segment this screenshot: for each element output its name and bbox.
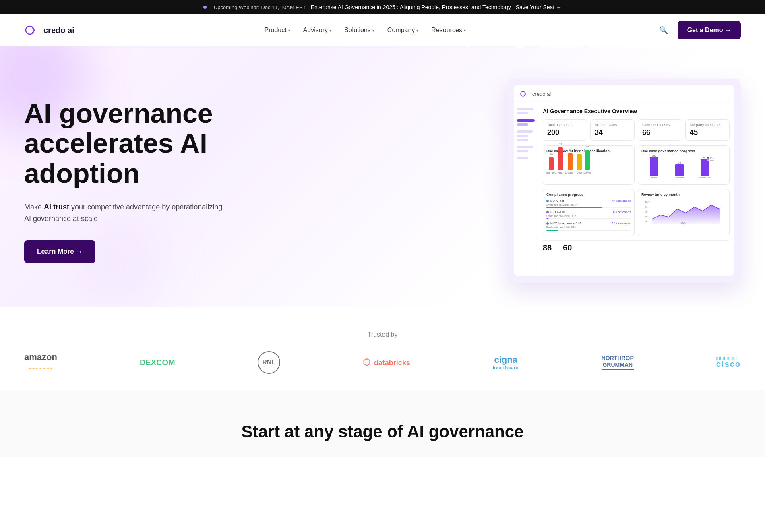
dashboard-bottom-stats: 88 60 bbox=[543, 240, 730, 253]
hero-left: AI governance accelerates AI adoption Ma… bbox=[24, 98, 266, 263]
webinar-label: Upcoming Webinar: Dec 11, 10AM EST bbox=[214, 4, 306, 10]
trusted-label: Trusted by bbox=[24, 331, 741, 338]
bar-lower: 67 Lower bbox=[583, 146, 591, 174]
logo-dexcom: DEXCOM bbox=[140, 358, 175, 367]
announcement-bar: Upcoming Webinar: Dec 11, 10AM EST Enter… bbox=[0, 0, 765, 14]
svg-text:20: 20 bbox=[645, 220, 648, 223]
svg-rect-13 bbox=[707, 159, 709, 161]
trusted-section: Trusted by amazon~~~~~~~ DEXCOM RNL ⬡ da… bbox=[0, 307, 765, 390]
logo-cisco: |||||||||||||||| cisco bbox=[716, 356, 741, 369]
svg-point-1 bbox=[521, 91, 525, 96]
svg-text:60: 60 bbox=[645, 210, 648, 213]
logo-rnl: RNL bbox=[258, 351, 280, 374]
review-time-card: Review time by month 100 80 60 40 20 bbox=[638, 189, 730, 236]
save-seat-link[interactable]: Save Your Seat → bbox=[516, 4, 562, 10]
logo-amazon: amazon~~~~~~~ bbox=[24, 352, 57, 373]
risk-bar-chart: 20 Banned 19 High bbox=[546, 155, 631, 180]
bottom-section: Start at any stage of AI governance bbox=[0, 390, 765, 457]
svg-text:80: 80 bbox=[703, 156, 706, 158]
stat-card-ml: ML use cases 34 bbox=[590, 119, 635, 141]
compliance-chart-card: Compliance progress EU AI act 44 use cas… bbox=[543, 189, 635, 236]
bar-high: 19 High bbox=[558, 143, 563, 174]
search-icon: 🔍 bbox=[659, 26, 668, 34]
logo-icon bbox=[24, 22, 40, 38]
svg-text:Pro: Pro bbox=[710, 157, 714, 159]
hero-right: credo ai bbox=[282, 79, 741, 283]
stats-row: Total use cases 200 ML use cases 34 GenA… bbox=[543, 119, 730, 141]
announcement-dot bbox=[203, 6, 207, 9]
svg-text:100: 100 bbox=[645, 201, 649, 203]
svg-text:40: 40 bbox=[645, 215, 648, 218]
learn-more-button[interactable]: Learn More → bbox=[24, 240, 95, 263]
sidebar-item-five bbox=[517, 157, 534, 159]
svg-text:Governance: Governance bbox=[698, 177, 711, 179]
logo-northrop-grumman: NORTHROPGRUMMAN bbox=[602, 355, 634, 371]
dashboard-logo-icon bbox=[519, 89, 529, 99]
dashboard-inner: credo ai bbox=[514, 85, 734, 276]
governance-chart-card: Use case governance progress 100 Intake … bbox=[638, 145, 730, 185]
stat-card-3rdparty: 3rd party use cases 45 bbox=[685, 119, 730, 141]
nav-item-product[interactable]: Product ▾ bbox=[260, 23, 295, 37]
nav-right: 🔍 Get a Demo → bbox=[656, 21, 741, 39]
bottom-title: Start at any stage of AI governance bbox=[24, 422, 741, 441]
logo-text: credo ai bbox=[43, 26, 74, 35]
charts-row: Use case count by risk classification 20… bbox=[543, 145, 730, 185]
dashboard-mockup: credo ai bbox=[507, 79, 741, 283]
stat-card-genai: GenAI use cases 66 bbox=[638, 119, 682, 141]
svg-text:Review: Review bbox=[675, 177, 684, 179]
get-demo-button[interactable]: Get a Demo → bbox=[678, 21, 741, 39]
dashboard-body: AI Governance Executive Overview Total u… bbox=[514, 103, 734, 276]
svg-text:20: 20 bbox=[678, 161, 681, 164]
bar-banned: 20 Banned bbox=[546, 153, 556, 174]
nav-links: Product ▾ Advisory ▾ Solutions ▾ Company… bbox=[260, 23, 471, 37]
svg-rect-11 bbox=[707, 157, 709, 158]
search-button[interactable]: 🔍 bbox=[656, 23, 671, 38]
compliance-iso: ISO 42001 32 use cases Evidence provided… bbox=[546, 210, 631, 219]
logos-row: amazon~~~~~~~ DEXCOM RNL ⬡ databricks ci… bbox=[24, 351, 741, 374]
nav-item-company[interactable]: Company ▾ bbox=[382, 23, 423, 37]
chevron-down-icon: ▾ bbox=[329, 28, 331, 33]
dashboard-content-title: AI Governance Executive Overview bbox=[543, 108, 730, 114]
svg-rect-5 bbox=[675, 164, 684, 176]
sidebar-item-active bbox=[517, 119, 534, 126]
bottom-stat-88: 88 bbox=[543, 243, 552, 253]
governance-chart-svg: 100 Intake 20 Review 80 Governance bbox=[641, 155, 726, 180]
svg-rect-2 bbox=[650, 157, 658, 176]
sidebar-item-three bbox=[517, 130, 534, 141]
hero-section: AI governance accelerates AI adoption Ma… bbox=[0, 46, 765, 307]
hero-title: AI governance accelerates AI adoption bbox=[24, 98, 266, 188]
svg-point-0 bbox=[26, 26, 34, 34]
svg-text:2024: 2024 bbox=[681, 221, 687, 224]
second-charts-row: Compliance progress EU AI act 44 use cas… bbox=[543, 189, 730, 236]
main-nav: credo ai Product ▾ Advisory ▾ Solutions … bbox=[0, 14, 765, 46]
nav-item-resources[interactable]: Resources ▾ bbox=[426, 23, 470, 37]
bar-medium: 32 Medium bbox=[565, 149, 575, 174]
chevron-down-icon: ▾ bbox=[416, 28, 418, 33]
nav-item-solutions[interactable]: Solutions ▾ bbox=[339, 23, 379, 37]
review-time-svg: 100 80 60 40 20 bbox=[641, 199, 726, 225]
logo-link[interactable]: credo ai bbox=[24, 22, 74, 38]
chevron-down-icon: ▾ bbox=[288, 28, 290, 33]
logo-databricks: ⬡ databricks bbox=[363, 357, 410, 368]
chevron-down-icon: ▾ bbox=[372, 28, 374, 33]
svg-text:Gen: Gen bbox=[710, 159, 714, 161]
dashboard-sidebar bbox=[514, 103, 538, 276]
event-title: Enterprise AI Governance in 2025 : Align… bbox=[311, 4, 511, 10]
bottom-stat-60: 60 bbox=[563, 243, 572, 253]
dashboard-main-content: AI Governance Executive Overview Total u… bbox=[538, 103, 734, 276]
stat-card-total: Total use cases 200 bbox=[543, 119, 587, 141]
sidebar-item-four bbox=[517, 146, 534, 152]
sidebar-item-home bbox=[517, 108, 534, 114]
chevron-down-icon: ▾ bbox=[464, 28, 466, 33]
svg-rect-8 bbox=[701, 159, 709, 176]
svg-text:100: 100 bbox=[652, 155, 656, 157]
bar-low: 32 Low bbox=[577, 150, 582, 174]
logo-cigna: cigna healthcare bbox=[493, 355, 519, 370]
compliance-eu: EU AI act 44 use cases Evidence provided… bbox=[546, 199, 631, 208]
dashboard-brand-title: credo ai bbox=[532, 91, 551, 97]
dashboard-header: credo ai bbox=[514, 85, 734, 103]
hero-subtitle: Make AI trust your competitive advantage… bbox=[24, 201, 225, 225]
nav-item-advisory[interactable]: Advisory ▾ bbox=[298, 23, 336, 37]
compliance-nyc: NYC local law no.144 14 use cases Eviden… bbox=[546, 221, 631, 231]
svg-text:80: 80 bbox=[645, 205, 648, 208]
